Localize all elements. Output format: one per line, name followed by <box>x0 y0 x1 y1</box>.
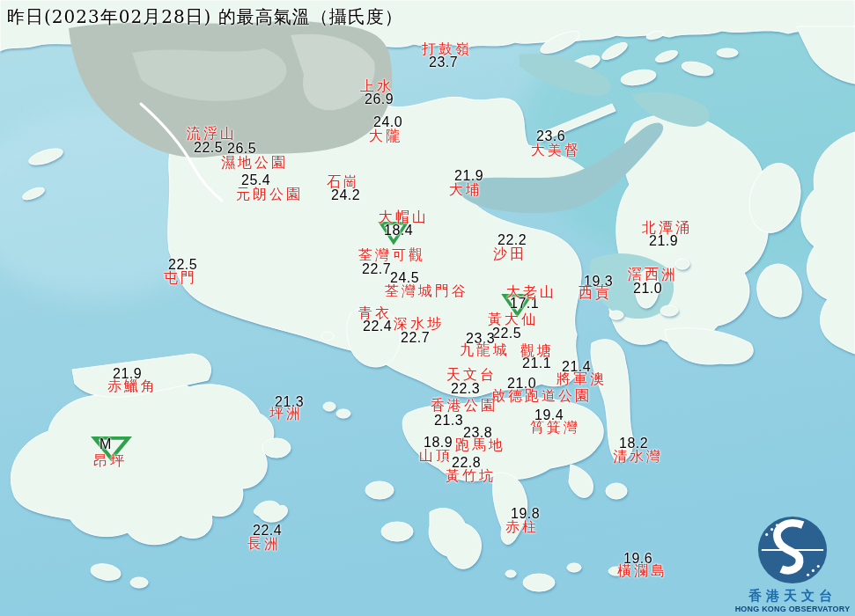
station-name-label: 沙田 <box>493 246 527 261</box>
station-name-label: 荃灣城門谷 <box>385 283 468 298</box>
station-name-label: 九龍城 <box>460 342 510 357</box>
station-temp-value: 22.7 <box>362 262 391 276</box>
station-name-label: 將軍澳 <box>556 371 607 386</box>
station-name-label: 山頂 <box>419 448 453 463</box>
station-temp-value: 21.0 <box>633 282 662 296</box>
station-name-label: 大帽山 <box>379 209 429 224</box>
station-name-label: 長洲 <box>247 536 281 551</box>
hko-logo-chinese-name: 香港天文台 <box>731 588 854 605</box>
station-name-label: 大埔 <box>449 182 483 197</box>
station-temp-value: 22.7 <box>401 331 430 345</box>
station-name-label: 青衣 <box>358 305 392 320</box>
station-temp-value: 18.4 <box>384 224 413 238</box>
station-temp-value: 23.7 <box>429 55 458 70</box>
station-name-label: 深水埗 <box>394 316 444 331</box>
station-name-label: 大隴 <box>369 128 402 143</box>
station-name-label: 大美督 <box>531 143 581 158</box>
station-name-label: 濕地公園 <box>221 155 288 170</box>
station-name-label: 黃竹坑 <box>446 468 496 483</box>
station-temp-value: 21.3 <box>434 414 463 428</box>
station-name-label: 啟德跑道公園 <box>491 388 592 403</box>
station-name-label: 打鼓嶺 <box>422 41 472 56</box>
hko-logo: 香港天文台 HONG KONG OBSERVATORY <box>731 514 854 613</box>
station-temp-value: 24.2 <box>331 188 360 202</box>
station-name-label: 赤柱 <box>505 519 539 534</box>
station-name-label: 清水灣 <box>613 449 663 464</box>
weather-map-page: 昨日(2023年02月28日) 的最高氣溫（攝氏度） 23.7打鼓嶺26.9上水… <box>0 0 855 616</box>
station-temp-value: 22.3 <box>451 382 480 396</box>
station-name-label: 橫瀾島 <box>617 563 667 578</box>
station-name-label: 觀塘 <box>520 343 554 358</box>
station-name-label: 滘西洲 <box>628 267 678 282</box>
stations-layer: 23.7打鼓嶺26.9上水24.0大隴22.5流浮山26.5濕地公園25.4元朗… <box>0 0 855 616</box>
station-name-label: 黃大仙 <box>488 312 538 326</box>
station-name-label: 北潭涌 <box>642 220 692 235</box>
station-name-label: 坪洲 <box>269 406 303 421</box>
station-name-label: 上水 <box>360 78 394 93</box>
station-name-label: 筲箕灣 <box>530 420 580 435</box>
station-name-label: 石崗 <box>327 174 360 189</box>
station-name-label: 元朗公園 <box>236 187 303 202</box>
station-name-label: 赤鱲角 <box>107 378 158 393</box>
station-temp-value: 22.5 <box>492 326 521 341</box>
station-name-label: 天文台 <box>446 367 497 382</box>
station-name-label: 香港公園 <box>431 398 498 413</box>
station-name-label: 大老山 <box>506 284 556 299</box>
station-temp-value: 21.9 <box>649 234 678 248</box>
station-temp-value: 22.4 <box>363 319 392 334</box>
station-name-label: 跑馬地 <box>455 437 505 452</box>
station-name-label: 西貢 <box>579 285 612 300</box>
station-name-label: 昂坪 <box>93 453 127 468</box>
station-name-label: 流浮山 <box>187 126 237 141</box>
hko-logo-english-name: HONG KONG OBSERVATORY <box>731 605 854 613</box>
station-temp-value: 26.9 <box>365 92 394 106</box>
station-temp-value: 22.5 <box>194 141 223 155</box>
station-name-label: 荃灣可觀 <box>358 247 425 262</box>
hko-swirl-icon <box>755 514 830 586</box>
station-temp-value: M <box>100 437 112 451</box>
station-name-label: 屯門 <box>164 270 197 285</box>
